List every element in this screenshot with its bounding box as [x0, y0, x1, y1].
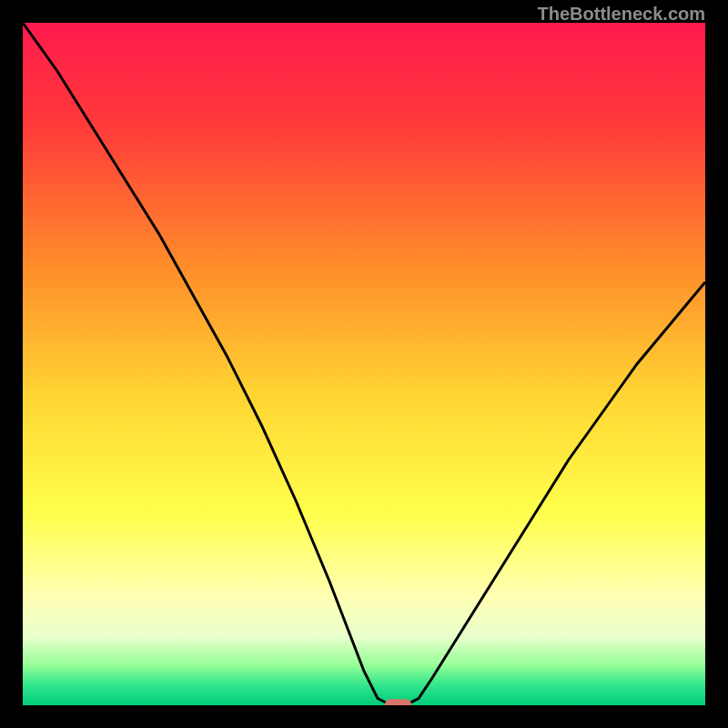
plot-area	[23, 23, 705, 705]
watermark-text: TheBottleneck.com	[538, 4, 705, 25]
chart-svg	[23, 23, 705, 705]
optimal-marker	[385, 699, 412, 705]
chart-container: TheBottleneck.com	[0, 0, 728, 728]
gradient-background	[23, 23, 705, 705]
